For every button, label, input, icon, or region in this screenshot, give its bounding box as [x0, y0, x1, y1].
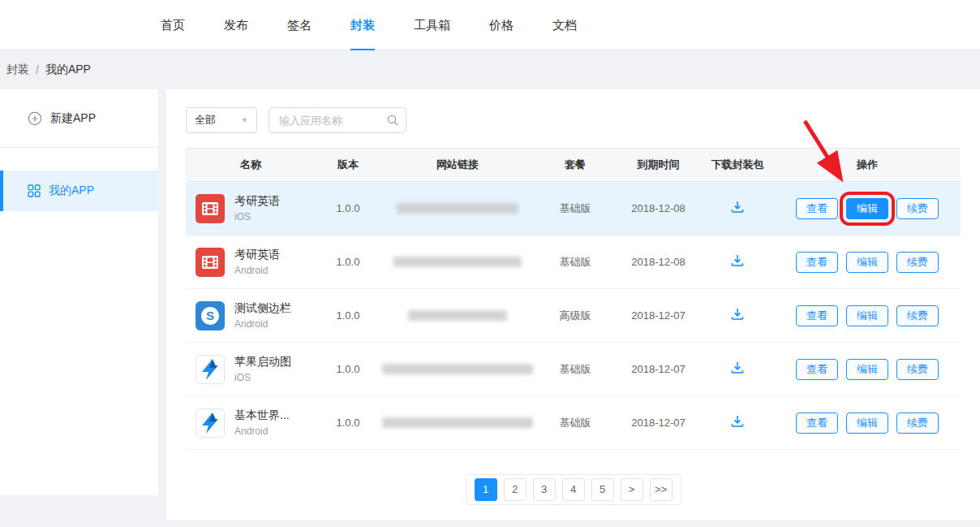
app-platform: Android [234, 265, 280, 276]
app-name: 考研英语 [234, 248, 280, 262]
app-expiry: 2018-12-08 [616, 202, 701, 214]
renew-button[interactable]: 续费 [896, 198, 939, 219]
edit-button[interactable]: 编辑 [846, 252, 888, 273]
sidebar: 新建APP 我的APP [0, 89, 158, 495]
website-link-redacted [382, 417, 533, 428]
download-icon[interactable] [729, 199, 746, 218]
app-platform: Android [234, 318, 291, 330]
header-plan: 套餐 [535, 158, 616, 172]
page-button-2[interactable]: 2 [504, 478, 527, 501]
nav-item-docs[interactable]: 文档 [552, 0, 577, 50]
nav-item-signature[interactable]: 签名 [287, 0, 312, 50]
breadcrumb-section[interactable]: 封装 [6, 63, 29, 77]
renew-button[interactable]: 续费 [896, 413, 939, 434]
edit-button[interactable]: 编辑 [846, 305, 888, 326]
app-expiry: 2018-12-07 [616, 309, 701, 322]
app-version: 1.0.0 [316, 309, 380, 322]
nav-item-package[interactable]: 封装 [350, 0, 375, 50]
edit-button[interactable]: 编辑 [846, 413, 888, 434]
app-name: 测试侧边栏 [234, 301, 291, 316]
sidebar-my-app-label: 我的APP [49, 184, 94, 198]
page-button-4[interactable]: 4 [562, 478, 585, 501]
sidebar-item-new-app[interactable]: 新建APP [0, 89, 158, 148]
header-link: 网站链接 [380, 158, 535, 172]
download-icon[interactable] [729, 306, 746, 325]
nav-item-price[interactable]: 价格 [489, 0, 514, 50]
toolbar: 全部 ▼ [186, 107, 980, 133]
svg-text:S: S [206, 309, 214, 322]
app-name: 苹果启动图 [234, 355, 291, 369]
app-plan: 基础版 [535, 416, 616, 430]
app-plan: 高级版 [535, 309, 616, 323]
app-name: 基本世界... [234, 408, 290, 423]
search-icon[interactable] [386, 114, 399, 130]
website-link-redacted [393, 257, 522, 267]
page-last-button[interactable]: >> [650, 478, 673, 501]
plus-circle-icon [28, 111, 42, 126]
s-logo-app-icon: S [196, 301, 225, 330]
page-button-5[interactable]: 5 [591, 478, 614, 501]
edit-button-highlighted[interactable]: 编辑 [846, 198, 888, 219]
table-row[interactable]: S 测试侧边栏 Android 1.0.0 高级版 2018-12-07 查看 … [186, 289, 961, 343]
app-platform: Android [234, 425, 290, 437]
app-platform: iOS [234, 372, 291, 383]
app-expiry: 2018-12-07 [616, 363, 701, 375]
view-button[interactable]: 查看 [796, 305, 838, 326]
table-row[interactable]: 考研英语 iOS 1.0.0 基础版 2018-12-08 查看 编辑 续费 [186, 182, 961, 235]
app-version: 1.0.0 [316, 417, 380, 429]
app-version: 1.0.0 [316, 256, 380, 268]
nav-item-home[interactable]: 首页 [161, 0, 185, 50]
main-panel: 全部 ▼ 名称 版本 网站链接 套餐 到期时间 下载封装包 操作 [166, 89, 980, 520]
lightning-app-icon [196, 355, 225, 384]
download-icon[interactable] [729, 360, 746, 378]
nav-item-toolbox[interactable]: 工具箱 [414, 0, 450, 50]
app-table: 名称 版本 网站链接 套餐 到期时间 下载封装包 操作 考研英语 iOS 1.0… [186, 148, 961, 450]
lightning-app-icon [196, 408, 225, 438]
edit-button[interactable]: 编辑 [846, 359, 888, 380]
renew-button[interactable]: 续费 [896, 305, 939, 326]
view-button[interactable]: 查看 [796, 413, 838, 434]
renew-button[interactable]: 续费 [896, 359, 939, 380]
breadcrumb-separator: / [36, 63, 39, 76]
film-app-icon [196, 248, 225, 277]
top-navigation: 首页 发布 签名 封装 工具箱 价格 文档 [0, 0, 980, 50]
page-button-1[interactable]: 1 [475, 478, 497, 501]
filter-select[interactable]: 全部 ▼ [186, 107, 257, 133]
grid-icon [28, 184, 41, 197]
app-platform: iOS [234, 211, 280, 222]
app-version: 1.0.0 [316, 202, 380, 214]
app-plan: 基础版 [535, 255, 616, 270]
page-button-3[interactable]: 3 [533, 478, 556, 501]
nav-item-publish[interactable]: 发布 [224, 0, 248, 50]
view-button[interactable]: 查看 [796, 198, 838, 219]
breadcrumb-current: 我的APP [45, 63, 91, 77]
table-row[interactable]: 考研英语 Android 1.0.0 基础版 2018-12-08 查看 编辑 … [186, 235, 961, 289]
app-expiry: 2018-12-08 [616, 256, 701, 268]
table-row[interactable]: 苹果启动图 iOS 1.0.0 基础版 2018-12-07 查看 编辑 续费 [186, 343, 961, 396]
filter-select-value: 全部 [195, 113, 216, 127]
film-app-icon [196, 194, 225, 223]
app-expiry: 2018-12-07 [616, 417, 701, 429]
header-actions: 操作 [774, 158, 961, 172]
website-link-redacted [397, 203, 518, 214]
search-box [269, 107, 406, 133]
pagination: 1 2 3 4 5 > >> [166, 474, 980, 505]
app-plan: 基础版 [535, 362, 616, 377]
page-next-button[interactable]: > [621, 478, 643, 501]
table-row[interactable]: 基本世界... Android 1.0.0 基础版 2018-12-07 查看 … [186, 396, 961, 450]
download-icon[interactable] [729, 413, 746, 432]
header-download: 下载封装包 [701, 158, 774, 172]
table-header-row: 名称 版本 网站链接 套餐 到期时间 下载封装包 操作 [186, 148, 961, 182]
header-version: 版本 [316, 158, 380, 172]
sidebar-item-my-app[interactable]: 我的APP [0, 171, 158, 211]
breadcrumb: 封装 / 我的APP [0, 50, 980, 89]
view-button[interactable]: 查看 [796, 359, 838, 380]
app-version: 1.0.0 [316, 363, 380, 375]
download-icon[interactable] [729, 253, 746, 271]
chevron-down-icon: ▼ [241, 116, 248, 124]
header-name: 名称 [186, 158, 316, 172]
view-button[interactable]: 查看 [796, 252, 838, 273]
sidebar-new-app-label: 新建APP [50, 111, 96, 126]
app-name: 考研英语 [234, 194, 280, 209]
renew-button[interactable]: 续费 [896, 252, 939, 273]
